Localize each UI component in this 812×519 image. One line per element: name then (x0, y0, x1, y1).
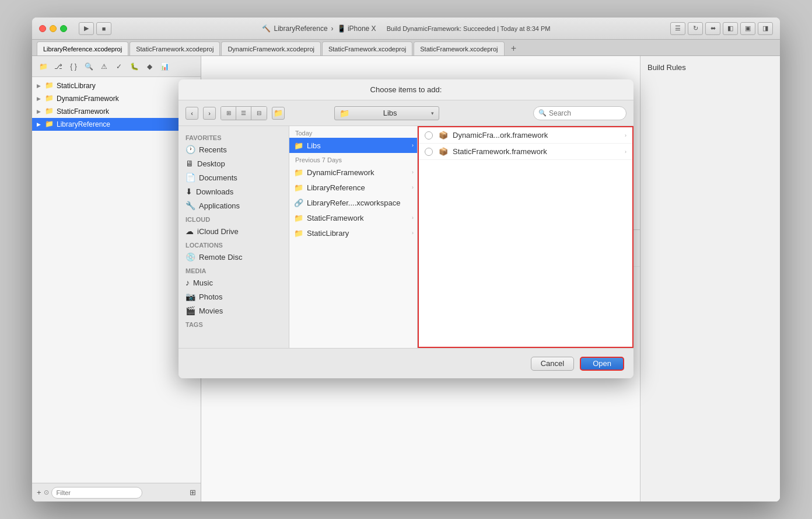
title-bar-center: 🔨 LibraryReference › 📱 iPhone X Build Dy… (262, 25, 551, 33)
sidebar-item-downloads[interactable]: ⬇ Downloads (178, 184, 289, 198)
remote-disc-icon: 💿 (186, 252, 195, 262)
file-item-libs[interactable]: 📁 Libs › (289, 138, 417, 153)
media-label: Media (178, 264, 289, 276)
chevron-right-icon: › (625, 133, 626, 138)
recents-icon: 🕐 (186, 145, 195, 154)
nav-back-btn[interactable]: ‹ (186, 107, 198, 120)
back-forward-btn[interactable]: ⬌ (705, 22, 720, 35)
toolbar-right: ☰ ↻ ⬌ ◧ ▣ ◨ (670, 22, 773, 35)
minimize-button[interactable] (50, 25, 57, 32)
traffic-lights (39, 25, 67, 32)
refresh-btn[interactable]: ↻ (688, 22, 703, 35)
search-input[interactable] (549, 109, 634, 117)
today-label: Today (289, 126, 417, 138)
sidebar-item-desktop[interactable]: 🖥 Desktop (178, 156, 289, 170)
breadcrumb-separator: › (331, 25, 334, 33)
tab-3[interactable]: StaticFramework.xcodeproj (322, 41, 412, 55)
sidebar-item-music[interactable]: ♪ Music (178, 276, 289, 290)
title-bar-controls: ▶ ■ (79, 22, 111, 35)
file-item-staticlibrary[interactable]: 📁 StaticLibrary › (289, 225, 417, 241)
device-icon: 📱 (337, 25, 346, 33)
file-chooser-dialog: Choose items to add: ‹ › ⊞ ☰ ⊟ 📁 📁 Libs … (178, 79, 634, 378)
maximize-button[interactable] (60, 25, 67, 32)
tab-0[interactable]: LibraryReference.xcodeproj (37, 41, 128, 55)
search-box: 🔍 (533, 106, 626, 120)
file-item-libraryreference[interactable]: 📁 LibraryReference › (289, 180, 417, 195)
framework-item-static[interactable]: 📦 StaticFramework.framework › (419, 144, 632, 160)
location-label: Libs (352, 109, 429, 117)
location-dropdown[interactable]: 📁 Libs ▾ (334, 106, 439, 120)
tab-1[interactable]: StaticFramework.xcodeproj (130, 41, 220, 55)
file-browser-panel: Today 📁 Libs › Previous 7 Days 📁 Dynamic… (289, 126, 418, 348)
xcode-window: ▶ ■ 🔨 LibraryReference › 📱 iPhone X Buil… (32, 18, 780, 501)
tab-2[interactable]: DynamicFramework.xcodeproj (221, 41, 321, 55)
sidebar-item-photos[interactable]: 📷 Photos (178, 290, 289, 304)
navigator-toggle[interactable]: ◧ (723, 22, 738, 35)
chevron-right-icon: › (412, 184, 414, 190)
dialog-sidebar: Favorites 🕐 Recents 🖥 Desktop 📄 Document… (178, 126, 289, 348)
chevron-right-icon: › (412, 169, 414, 175)
cancel-button[interactable]: Cancel (531, 357, 574, 371)
photos-icon: 📷 (186, 292, 195, 301)
folder-icon: 📁 (294, 229, 303, 238)
applications-icon: 🔧 (186, 201, 195, 210)
framework-item-dynamic[interactable]: 📦 DynamicFra...ork.framework › (419, 127, 632, 144)
column-view-btn[interactable]: ⊟ (251, 107, 267, 120)
tab-bar: LibraryReference.xcodeproj StaticFramewo… (32, 40, 780, 56)
desktop-icon: 🖥 (186, 159, 194, 168)
folder-icon: 📁 (294, 141, 303, 150)
music-icon: ♪ (186, 278, 190, 287)
tab-4[interactable]: StaticFramework.xcodeproj (414, 41, 504, 55)
framework-radio[interactable] (425, 148, 433, 156)
add-tab-button[interactable]: + (508, 43, 520, 54)
sidebar-item-recents[interactable]: 🕐 Recents (178, 142, 289, 156)
sidebar-item-icloud[interactable]: ☁ iCloud Drive (178, 224, 289, 238)
file-item-staticframework[interactable]: 📁 StaticFramework › (289, 210, 417, 225)
framework-icon: 📦 (439, 131, 448, 140)
location-folder-icon: 📁 (340, 109, 349, 118)
new-folder-btn[interactable]: 📁 (272, 107, 285, 120)
sidebar-item-remote-disc[interactable]: 💿 Remote Disc (178, 250, 289, 264)
favorites-label: Favorites (178, 131, 289, 142)
open-button[interactable]: Open (580, 357, 624, 371)
search-icon: 🔍 (538, 109, 547, 117)
folder-icon: 📁 (294, 183, 303, 192)
dialog-title: Choose items to add: (370, 85, 442, 94)
chevron-right-icon: › (625, 149, 626, 155)
framework-items-panel: 📦 DynamicFra...ork.framework › 📦 StaticF… (418, 126, 634, 348)
list-view-btn[interactable]: ☰ (236, 107, 251, 120)
framework-radio[interactable] (425, 131, 433, 140)
nav-forward-btn[interactable]: › (203, 107, 216, 120)
previous-label: Previous 7 Days (289, 153, 417, 165)
folder-icon: 📁 (294, 214, 303, 222)
build-status: Build DynamicFramework: Succeeded | Toda… (387, 25, 551, 32)
tags-label: Tags (178, 318, 289, 329)
sidebar-item-documents[interactable]: 📄 Documents (178, 170, 289, 184)
dialog-footer: Cancel Open (178, 348, 634, 378)
view-toggle: ⊞ ☰ ⊟ (220, 106, 267, 120)
workspace-icon: 🔗 (294, 198, 303, 207)
chevron-right-icon: › (412, 142, 414, 148)
stop-button[interactable]: ■ (96, 22, 111, 35)
dialog-overlay: Choose items to add: ‹ › ⊞ ☰ ⊟ 📁 📁 Libs … (32, 56, 780, 501)
icon-view-btn[interactable]: ⊞ (221, 107, 236, 120)
sidebar-item-applications[interactable]: 🔧 Applications (178, 198, 289, 213)
sidebar-item-movies[interactable]: 🎬 Movies (178, 304, 289, 318)
icloud-label: iCloud (178, 213, 289, 224)
movies-icon: 🎬 (186, 306, 195, 315)
locations-label: Locations (178, 238, 289, 250)
framework-icon: 📦 (439, 147, 448, 156)
title-bar: ▶ ■ 🔨 LibraryReference › 📱 iPhone X Buil… (32, 18, 780, 40)
file-item-xcworkspace[interactable]: 🔗 LibraryRefer....xcworkspace (289, 195, 417, 210)
breadcrumb-device: 📱 iPhone X (337, 25, 376, 33)
dialog-body: Favorites 🕐 Recents 🖥 Desktop 📄 Document… (178, 126, 634, 348)
list-view-btn[interactable]: ☰ (670, 22, 685, 35)
utilities-toggle[interactable]: ◨ (758, 22, 773, 35)
debug-toggle[interactable]: ▣ (740, 22, 755, 35)
close-button[interactable] (39, 25, 46, 32)
play-button[interactable]: ▶ (79, 22, 94, 35)
dialog-toolbar: ‹ › ⊞ ☰ ⊟ 📁 📁 Libs ▾ 🔍 (178, 100, 634, 126)
breadcrumb-project: LibraryReference (274, 25, 328, 33)
folder-icon: 📁 (294, 168, 303, 177)
file-item-dynamicframework[interactable]: 📁 DynamicFramework › (289, 165, 417, 180)
